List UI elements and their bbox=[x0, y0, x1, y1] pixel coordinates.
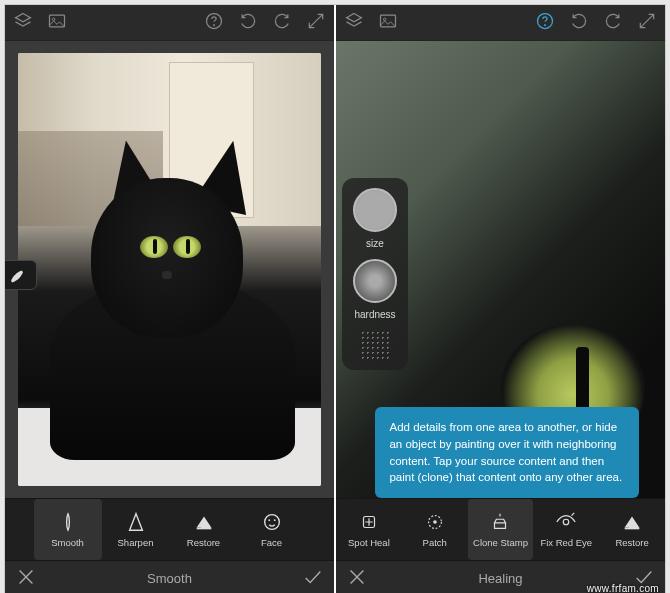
image-canvas[interactable] bbox=[5, 41, 334, 498]
tool-label: Smooth bbox=[51, 537, 84, 548]
photo-preview bbox=[18, 53, 321, 486]
svg-point-11 bbox=[544, 24, 545, 25]
tool-label: Spot Heal bbox=[348, 537, 390, 548]
image-icon[interactable] bbox=[378, 11, 398, 35]
fullscreen-icon[interactable] bbox=[306, 11, 326, 35]
redo-icon[interactable] bbox=[603, 11, 623, 35]
hardness-control[interactable] bbox=[353, 259, 397, 303]
tool-label: Restore bbox=[615, 537, 648, 548]
tool-label: Clone Stamp bbox=[473, 537, 528, 548]
svg-point-15 bbox=[564, 519, 570, 525]
app-wrapper: Smooth Sharpen Restore Face Smooth bbox=[4, 4, 666, 593]
redo-icon[interactable] bbox=[272, 11, 292, 35]
cancel-button[interactable] bbox=[346, 566, 368, 592]
bottom-bar: Smooth bbox=[5, 560, 334, 593]
layers-icon[interactable] bbox=[344, 11, 364, 35]
panel-title: Healing bbox=[478, 571, 522, 586]
undo-icon[interactable] bbox=[238, 11, 258, 35]
tool-label: Fix Red Eye bbox=[540, 537, 592, 548]
tool-restore[interactable]: Restore bbox=[599, 499, 665, 560]
svg-rect-4 bbox=[196, 528, 211, 530]
tool-smooth[interactable]: Smooth bbox=[34, 499, 102, 560]
size-control[interactable] bbox=[353, 188, 397, 232]
tool-face[interactable]: Face bbox=[238, 499, 306, 560]
size-label: size bbox=[366, 238, 384, 249]
panel-title: Smooth bbox=[147, 571, 192, 586]
tool-label: Face bbox=[261, 537, 282, 548]
screen-smooth: Smooth Sharpen Restore Face Smooth bbox=[5, 5, 334, 593]
tool-sharpen[interactable]: Sharpen bbox=[102, 499, 170, 560]
fullscreen-icon[interactable] bbox=[637, 11, 657, 35]
brush-handle-icon[interactable] bbox=[5, 260, 37, 290]
svg-point-9 bbox=[383, 18, 386, 20]
tool-label: Patch bbox=[423, 537, 447, 548]
accept-button[interactable] bbox=[302, 566, 324, 592]
tool-fix-red-eye[interactable]: Fix Red Eye bbox=[533, 499, 599, 560]
screen-healing: size hardness Add details from one area … bbox=[336, 5, 665, 593]
hardness-label: hardness bbox=[354, 309, 395, 320]
tool-clone-stamp[interactable]: Clone Stamp bbox=[468, 499, 534, 560]
top-toolbar bbox=[336, 5, 665, 41]
svg-point-14 bbox=[433, 520, 437, 524]
brush-controls: size hardness bbox=[342, 178, 408, 370]
svg-point-3 bbox=[213, 24, 214, 25]
image-icon[interactable] bbox=[47, 11, 67, 35]
help-icon[interactable] bbox=[535, 11, 555, 35]
svg-point-7 bbox=[273, 519, 275, 521]
cancel-button[interactable] bbox=[15, 566, 37, 592]
tool-toolbar: Smooth Sharpen Restore Face bbox=[5, 498, 334, 560]
svg-rect-16 bbox=[625, 528, 640, 530]
grid-icon[interactable] bbox=[360, 330, 390, 360]
watermark: www.frfam.com bbox=[587, 583, 659, 593]
svg-point-1 bbox=[52, 18, 55, 20]
tool-label: Restore bbox=[187, 537, 220, 548]
tool-toolbar: Spot Heal Patch Clone Stamp Fix Red Eye … bbox=[336, 498, 665, 560]
svg-point-6 bbox=[268, 519, 270, 521]
tool-restore[interactable]: Restore bbox=[170, 499, 238, 560]
tool-patch[interactable]: Patch bbox=[402, 499, 468, 560]
layers-icon[interactable] bbox=[13, 11, 33, 35]
image-canvas[interactable]: size hardness Add details from one area … bbox=[336, 41, 665, 498]
tool-spot-heal[interactable]: Spot Heal bbox=[336, 499, 402, 560]
svg-point-5 bbox=[264, 515, 279, 530]
tool-tooltip: Add details from one area to another, or… bbox=[375, 407, 638, 498]
top-toolbar bbox=[5, 5, 334, 41]
help-icon[interactable] bbox=[204, 11, 224, 35]
tool-label: Sharpen bbox=[118, 537, 154, 548]
undo-icon[interactable] bbox=[569, 11, 589, 35]
